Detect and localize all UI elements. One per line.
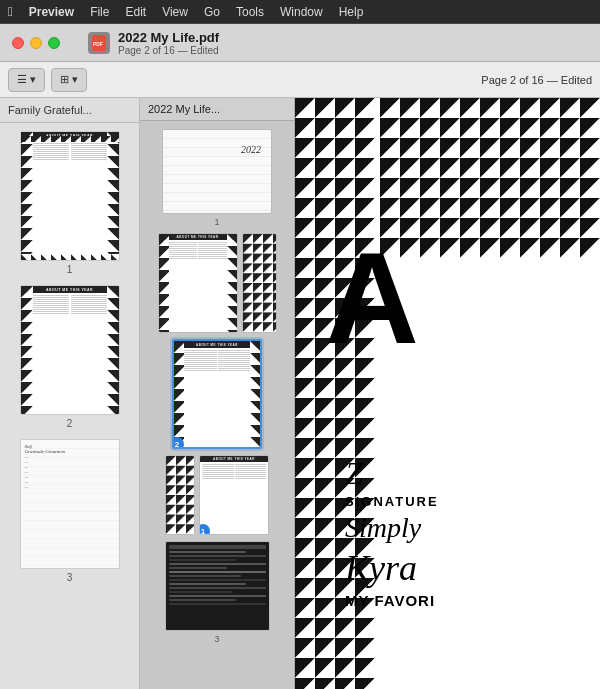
page-row-4: ABOUT ME THIS YEAR — [165, 455, 269, 535]
main-view: A Z SIGNATURE Simply Kyra MY FAVORI — [295, 98, 600, 689]
svg-rect-21 — [227, 234, 237, 332]
middle-thumb-lined[interactable]: 2022 — [162, 129, 272, 214]
sidebar-left-title: Family Grateful... — [0, 98, 139, 123]
page-thumbnail-1[interactable]: ABOUT ME THIS YEAR — [20, 131, 120, 261]
sidebar-toggle-button[interactable]: ☰ ▾ — [8, 68, 45, 92]
menu-edit[interactable]: Edit — [125, 5, 146, 19]
window: PDF 2022 My Life.pdf Page 2 of 16 — Edit… — [0, 24, 600, 689]
titlebar: PDF 2022 My Life.pdf Page 2 of 16 — Edit… — [0, 24, 600, 62]
page-row-1: 2022 — [162, 129, 272, 214]
svg-rect-18 — [21, 286, 33, 414]
menu-help[interactable]: Help — [339, 5, 364, 19]
page-indicator: Page 2 of 16 — Edited — [481, 74, 592, 86]
menu-window[interactable]: Window — [280, 5, 323, 19]
middle-thumb-pattern-small[interactable] — [165, 455, 195, 535]
menu-file[interactable]: File — [90, 5, 109, 19]
content-area: Family Grateful... ABOUT ME THIS YEAR — [0, 98, 600, 689]
page-label-3: 3 — [67, 572, 73, 583]
menu-view[interactable]: View — [162, 5, 188, 19]
filename-label: 2022 My Life.pdf — [118, 30, 219, 45]
page-row-2: ABOUT ME THIS YEAR — [158, 233, 277, 333]
menu-preview[interactable]: Preview — [29, 5, 74, 19]
middle-page-label-3: 3 — [214, 634, 219, 644]
pdf-icon: PDF — [88, 32, 110, 54]
middle-thumb-dark[interactable] — [165, 541, 270, 631]
svg-rect-19 — [107, 286, 119, 414]
middle-thumb-pattern[interactable] — [242, 233, 277, 333]
panel-middle-pages[interactable]: 2022 1 ABOUT ME THIS YEAR — [140, 121, 294, 689]
svg-text:PDF: PDF — [93, 41, 103, 47]
sig-signature: SIGNATURE — [345, 494, 580, 509]
page-thumbnail-2[interactable]: ABOUT ME THIS YEAR — [20, 285, 120, 415]
svg-rect-14 — [21, 136, 119, 142]
list-item[interactable]: 3 — [146, 541, 288, 644]
svg-rect-20 — [159, 234, 169, 332]
page-thumbnail-3[interactable]: SelfGratitude Greatness.................… — [20, 439, 120, 569]
sidebar-chevron: ▾ — [30, 73, 36, 86]
sidebar-left-pages[interactable]: ABOUT ME THIS YEAR — [0, 123, 139, 689]
middle-thumb-about-small[interactable]: ABOUT ME THIS YEAR — [199, 455, 269, 535]
panel-middle-title: 2022 My Life... — [140, 98, 294, 121]
menu-tools[interactable]: Tools — [236, 5, 264, 19]
view-mode-button[interactable]: ⊞ ▾ — [51, 68, 87, 92]
list-item[interactable]: ABOUT ME THIS YEAR — [146, 233, 288, 333]
page-info-label: Page 2 of 16 — Edited — [118, 45, 219, 56]
middle-thumb-about-selected[interactable]: ABOUT ME THIS YEAR — [172, 339, 262, 449]
sidebar-icon: ☰ — [17, 73, 27, 86]
menu-go[interactable]: Go — [204, 5, 220, 19]
maximize-button[interactable] — [48, 37, 60, 49]
signature-area: Z SIGNATURE Simply Kyra MY FAVORI — [315, 454, 580, 609]
toolbar: ☰ ▾ ⊞ ▾ Page 2 of 16 — Edited — [0, 62, 600, 98]
grid-icon: ⊞ — [60, 73, 69, 86]
close-button[interactable] — [12, 37, 24, 49]
sig-line-z: Z — [345, 454, 580, 492]
middle-thumb-about[interactable]: ABOUT ME THIS YEAR — [158, 233, 238, 333]
page-label-1: 1 — [67, 264, 73, 275]
sig-my-favori: MY FAVORI — [345, 592, 580, 609]
svg-rect-17 — [21, 254, 119, 260]
sidebar-left: Family Grateful... ABOUT ME THIS YEAR — [0, 98, 140, 689]
menubar:  Preview File Edit View Go Tools Window… — [0, 0, 600, 24]
big-letter-a: A — [325, 233, 419, 363]
list-item[interactable]: ABOUT ME THIS YEAR — [146, 455, 288, 535]
page-row-3: ABOUT ME THIS YEAR — [172, 339, 262, 449]
list-item[interactable]: ABOUT ME THIS YEAR — [8, 285, 131, 429]
list-item[interactable]: 2022 1 — [146, 129, 288, 227]
svg-rect-6 — [21, 132, 33, 260]
svg-rect-27 — [174, 341, 184, 447]
svg-rect-28 — [250, 341, 260, 447]
middle-page-label-1: 1 — [214, 217, 219, 227]
page-badge-1: 1 — [199, 524, 210, 535]
svg-rect-26 — [243, 234, 277, 332]
traffic-lights — [12, 37, 60, 49]
sig-simply: Simply — [345, 511, 580, 545]
page-badge-2: 2 — [172, 437, 184, 449]
apple-menu[interactable]:  — [8, 4, 13, 19]
page-row-5 — [165, 541, 270, 631]
svg-rect-11 — [107, 132, 119, 260]
list-item[interactable]: ABOUT ME THIS YEAR — [146, 339, 288, 449]
main-page-content: A Z SIGNATURE Simply Kyra MY FAVORI — [295, 98, 600, 689]
list-item[interactable]: SelfGratitude Greatness.................… — [8, 439, 131, 583]
view-chevron: ▾ — [72, 73, 78, 86]
list-item[interactable]: ABOUT ME THIS YEAR — [8, 131, 131, 275]
svg-rect-29 — [166, 456, 195, 534]
title-area: 2022 My Life.pdf Page 2 of 16 — Edited — [118, 30, 588, 56]
zoomed-page: A Z SIGNATURE Simply Kyra MY FAVORI — [295, 98, 600, 689]
minimize-button[interactable] — [30, 37, 42, 49]
page-label-2: 2 — [67, 418, 73, 429]
sig-kyra: Kyra — [345, 547, 580, 590]
panel-middle: 2022 My Life... 2022 1 — [140, 98, 295, 689]
